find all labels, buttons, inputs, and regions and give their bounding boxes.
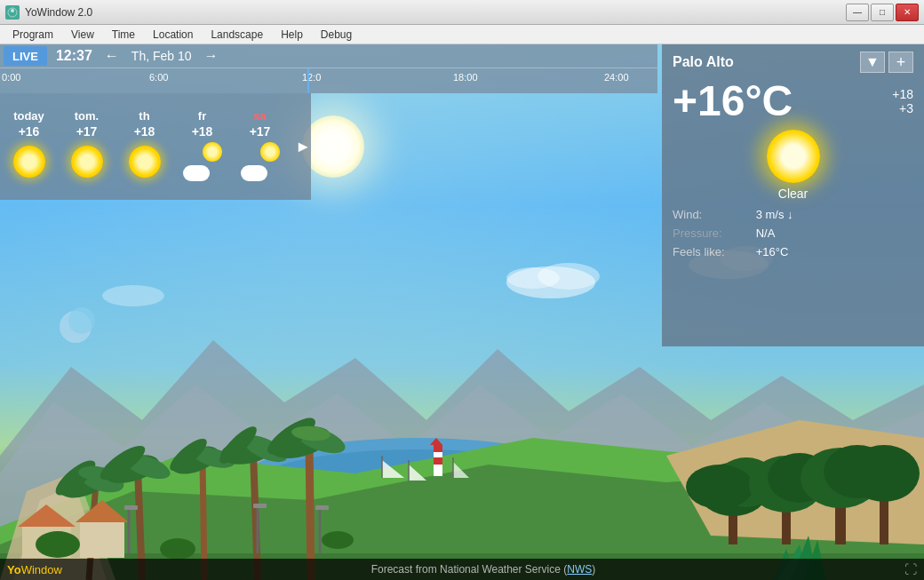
forecast-day-2[interactable]: th +18 (116, 106, 173, 188)
feels-like-label: Feels like: (673, 245, 753, 258)
day-name-1: tom. (61, 109, 112, 123)
window-controls: — □ ✕ (846, 4, 919, 21)
day-icon-2 (125, 142, 164, 181)
current-date: Th, Feb 10 (131, 49, 192, 63)
weather-condition-icon (767, 130, 820, 183)
mini-cloud-3 (183, 165, 210, 181)
forecast-panel: today +16 tom. +17 th +18 fr +18 (0, 93, 311, 200)
menu-item-landscape[interactable]: Landscape (202, 25, 272, 44)
menu-item-help[interactable]: Help (272, 25, 312, 44)
day-temp-3: +18 (177, 124, 227, 139)
day-temp-today: +16 (4, 124, 54, 139)
maximize-button[interactable]: □ (871, 4, 894, 21)
app-icon (5, 5, 20, 20)
day-temp-2: +18 (119, 124, 170, 139)
day-name-3: fr (177, 109, 227, 123)
pressure-row: Pressure: N/A (673, 226, 913, 240)
menu-item-time[interactable]: Time (103, 25, 144, 44)
location-dropdown-button[interactable]: ▼ (860, 52, 885, 73)
live-button[interactable]: LIVE (4, 46, 47, 66)
fullscreen-icon[interactable]: ⛶ (904, 562, 917, 576)
weather-icon-area: Clear (673, 130, 913, 201)
sun-icon-today (13, 146, 45, 178)
day-icon-1 (68, 142, 107, 181)
forecast-day-4[interactable]: sa +17 (231, 106, 289, 188)
sun-icon-1 (71, 146, 103, 178)
bottom-credit: Forecast from National Weather Service (… (371, 563, 596, 576)
wind-label: Wind: (673, 208, 753, 221)
sun-icon-2 (129, 146, 161, 178)
menu-item-program[interactable]: Program (4, 25, 62, 44)
timeline-24h: 24:00 (604, 72, 629, 83)
feels-like-row: Feels like: +16°C (673, 245, 913, 258)
day-name-today: today (4, 109, 54, 123)
forecast-day-today[interactable]: today +16 (0, 106, 58, 188)
pressure-value: N/A (756, 226, 776, 240)
temperature-range: +18 +3 (892, 80, 913, 115)
logo-window: Window (21, 563, 62, 576)
day-selector: LIVE 12:37 ← Th, Feb 10 → (0, 44, 657, 68)
nws-link[interactable]: NWS (567, 563, 592, 576)
location-name: Palo Alto (673, 54, 856, 70)
sun-cloud-icon-4 (241, 142, 280, 181)
weather-panel: Palo Alto ▼ + +16°C +18 +3 Clear Wind: 3… (662, 44, 924, 346)
mini-sun-3 (203, 142, 222, 162)
sky-sun (302, 115, 364, 178)
temperature-row: +16°C +18 +3 (673, 80, 913, 123)
forecast-day-1[interactable]: tom. +17 (58, 106, 116, 188)
timeline: 0:00 6:00 12:0 18:00 24:00 (0, 68, 657, 93)
main-temperature: +16°C (673, 80, 793, 123)
forecast-day-3[interactable]: fr +18 (173, 106, 231, 188)
day-temp-4: +17 (235, 124, 285, 139)
timeline-6h: 6:00 (149, 72, 168, 83)
main-area: LIVE 12:37 ← Th, Feb 10 → 0:00 6:00 12:0… (0, 44, 924, 580)
prev-day-button[interactable]: ← (105, 48, 119, 64)
logo-yo: Yo (7, 563, 21, 576)
top-bar: LIVE 12:37 ← Th, Feb 10 → 0:00 6:00 12:0… (0, 44, 657, 93)
minimize-button[interactable]: — (846, 4, 869, 21)
day-temp-1: +17 (61, 124, 112, 139)
titlebar-left: YoWindow 2.0 (5, 5, 92, 20)
pressure-label: Pressure: (673, 226, 753, 240)
bottom-logo: YoWindow (7, 563, 62, 576)
credit-text: Forecast from National Weather Service ( (371, 563, 568, 576)
wind-row: Wind: 3 m/s ↓ (673, 208, 913, 221)
bottom-bar: YoWindow Forecast from National Weather … (0, 559, 924, 580)
credit-end: ) (592, 563, 595, 576)
day-name-2: th (119, 109, 170, 123)
forecast-expand-arrow[interactable]: ► (295, 138, 311, 156)
timeline-0h: 0:00 (2, 72, 20, 83)
timeline-cursor (307, 68, 309, 93)
menu-item-location[interactable]: Location (144, 25, 202, 44)
mini-sun-4 (260, 142, 280, 162)
temp-high: +18 (892, 87, 913, 101)
day-icon-today (10, 142, 49, 181)
wind-value: 3 m/s ↓ (756, 208, 793, 221)
weather-details: Wind: 3 m/s ↓ Pressure: N/A Feels like: … (673, 208, 913, 258)
window-title: YoWindow 2.0 (25, 6, 92, 19)
timeline-18h: 18:00 (453, 72, 478, 83)
menu-item-view[interactable]: View (62, 25, 103, 44)
temp-low: +3 (892, 101, 913, 115)
weather-condition-label: Clear (673, 187, 913, 201)
feels-like-value: +16°C (756, 245, 789, 258)
day-icon-4 (241, 142, 280, 181)
menubar: ProgramViewTimeLocationLandscapeHelpDebu… (0, 25, 924, 44)
mini-cloud-4 (241, 165, 267, 181)
current-time: 12:37 (56, 48, 92, 64)
menu-item-debug[interactable]: Debug (312, 25, 361, 44)
day-icon-3 (183, 142, 222, 181)
titlebar: YoWindow 2.0 — □ ✕ (0, 0, 924, 25)
location-bar: Palo Alto ▼ + (673, 52, 913, 73)
bottom-icons: ⛶ (904, 562, 917, 576)
sun-cloud-icon-3 (183, 142, 222, 181)
location-add-button[interactable]: + (888, 52, 913, 73)
timeline-12h: 12:0 (302, 72, 321, 83)
svg-point-1 (11, 9, 14, 12)
day-name-4: sa (235, 109, 285, 123)
next-day-button[interactable]: → (204, 48, 219, 64)
close-button[interactable]: ✕ (896, 4, 919, 21)
